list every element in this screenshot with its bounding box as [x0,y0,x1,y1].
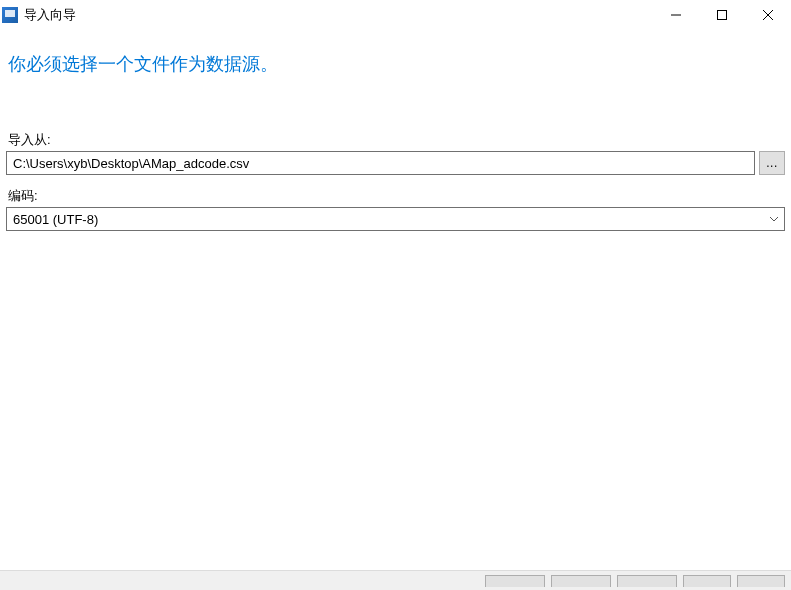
minimize-button[interactable] [653,0,699,30]
app-icon [2,7,18,23]
window-controls [653,0,791,30]
close-button[interactable] [745,0,791,30]
page-heading: 你必须选择一个文件作为数据源。 [6,52,785,76]
browse-button[interactable]: ... [759,151,785,175]
footer-button-4[interactable] [683,575,731,587]
encoding-select-wrapper [6,207,785,231]
footer-button-2[interactable] [551,575,611,587]
footer-button-3[interactable] [617,575,677,587]
footer-bar [0,570,791,590]
titlebar: 导入向导 [0,0,791,30]
encoding-label: 编码: [6,187,785,205]
encoding-select[interactable] [6,207,785,231]
footer-button-5[interactable] [737,575,785,587]
window-title: 导入向导 [24,6,653,24]
svg-rect-1 [718,11,727,20]
encoding-row [6,207,785,231]
import-from-row: ... [6,151,785,175]
footer-button-1[interactable] [485,575,545,587]
content-area: 你必须选择一个文件作为数据源。 导入从: ... 编码: [0,30,791,231]
maximize-button[interactable] [699,0,745,30]
import-from-input[interactable] [6,151,755,175]
import-from-label: 导入从: [6,131,785,149]
